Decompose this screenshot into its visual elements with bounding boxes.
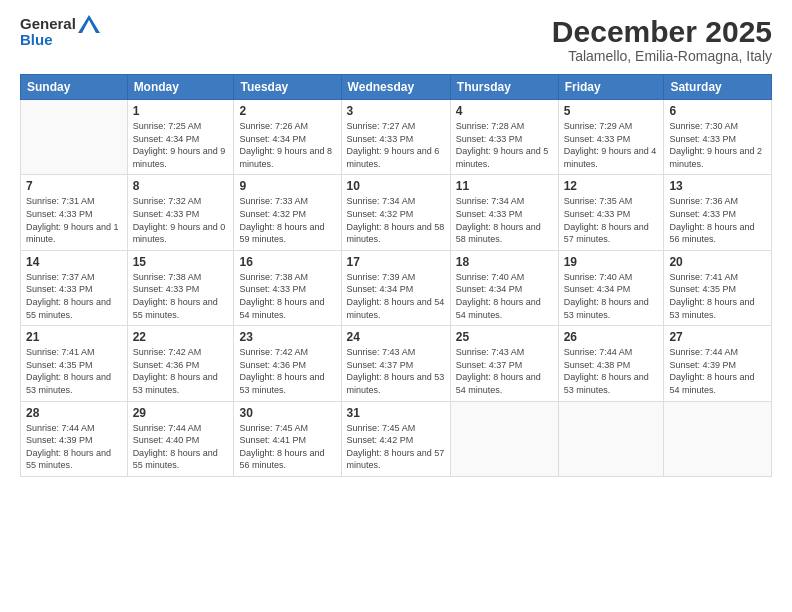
calendar-cell: 20Sunrise: 7:41 AMSunset: 4:35 PMDayligh… [664,250,772,325]
calendar-cell: 29Sunrise: 7:44 AMSunset: 4:40 PMDayligh… [127,401,234,476]
calendar-cell: 26Sunrise: 7:44 AMSunset: 4:38 PMDayligh… [558,326,664,401]
calendar-cell: 2Sunrise: 7:26 AMSunset: 4:34 PMDaylight… [234,100,341,175]
calendar-cell: 17Sunrise: 7:39 AMSunset: 4:34 PMDayligh… [341,250,450,325]
calendar-cell [664,401,772,476]
day-info: Sunrise: 7:30 AMSunset: 4:33 PMDaylight:… [669,120,766,170]
day-info: Sunrise: 7:40 AMSunset: 4:34 PMDaylight:… [456,271,553,321]
day-number: 4 [456,104,553,118]
logo-blue-text: Blue [20,31,53,49]
calendar-cell: 15Sunrise: 7:38 AMSunset: 4:33 PMDayligh… [127,250,234,325]
weekday-header-monday: Monday [127,75,234,100]
day-number: 30 [239,406,335,420]
calendar-cell: 1Sunrise: 7:25 AMSunset: 4:34 PMDaylight… [127,100,234,175]
weekday-header-wednesday: Wednesday [341,75,450,100]
calendar-cell: 16Sunrise: 7:38 AMSunset: 4:33 PMDayligh… [234,250,341,325]
day-info: Sunrise: 7:28 AMSunset: 4:33 PMDaylight:… [456,120,553,170]
day-number: 26 [564,330,659,344]
day-info: Sunrise: 7:38 AMSunset: 4:33 PMDaylight:… [133,271,229,321]
calendar-week-0: 1Sunrise: 7:25 AMSunset: 4:34 PMDaylight… [21,100,772,175]
calendar-cell: 31Sunrise: 7:45 AMSunset: 4:42 PMDayligh… [341,401,450,476]
calendar-cell: 11Sunrise: 7:34 AMSunset: 4:33 PMDayligh… [450,175,558,250]
logo: General Blue [20,15,100,49]
day-number: 24 [347,330,445,344]
weekday-header-friday: Friday [558,75,664,100]
day-info: Sunrise: 7:44 AMSunset: 4:39 PMDaylight:… [669,346,766,396]
title-block: December 2025 Talamello, Emilia-Romagna,… [552,15,772,64]
day-number: 23 [239,330,335,344]
day-info: Sunrise: 7:26 AMSunset: 4:34 PMDaylight:… [239,120,335,170]
day-info: Sunrise: 7:33 AMSunset: 4:32 PMDaylight:… [239,195,335,245]
day-info: Sunrise: 7:42 AMSunset: 4:36 PMDaylight:… [133,346,229,396]
day-number: 28 [26,406,122,420]
day-number: 9 [239,179,335,193]
calendar-cell: 8Sunrise: 7:32 AMSunset: 4:33 PMDaylight… [127,175,234,250]
day-number: 7 [26,179,122,193]
day-number: 19 [564,255,659,269]
day-number: 21 [26,330,122,344]
day-number: 18 [456,255,553,269]
day-number: 27 [669,330,766,344]
calendar-week-3: 21Sunrise: 7:41 AMSunset: 4:35 PMDayligh… [21,326,772,401]
calendar-cell: 12Sunrise: 7:35 AMSunset: 4:33 PMDayligh… [558,175,664,250]
calendar-week-4: 28Sunrise: 7:44 AMSunset: 4:39 PMDayligh… [21,401,772,476]
calendar-cell: 22Sunrise: 7:42 AMSunset: 4:36 PMDayligh… [127,326,234,401]
day-info: Sunrise: 7:43 AMSunset: 4:37 PMDaylight:… [456,346,553,396]
calendar-cell [450,401,558,476]
calendar-cell: 25Sunrise: 7:43 AMSunset: 4:37 PMDayligh… [450,326,558,401]
calendar-cell: 6Sunrise: 7:30 AMSunset: 4:33 PMDaylight… [664,100,772,175]
calendar-cell: 28Sunrise: 7:44 AMSunset: 4:39 PMDayligh… [21,401,128,476]
day-info: Sunrise: 7:38 AMSunset: 4:33 PMDaylight:… [239,271,335,321]
day-number: 22 [133,330,229,344]
day-number: 25 [456,330,553,344]
day-info: Sunrise: 7:44 AMSunset: 4:39 PMDaylight:… [26,422,122,472]
weekday-header-thursday: Thursday [450,75,558,100]
calendar-cell: 9Sunrise: 7:33 AMSunset: 4:32 PMDaylight… [234,175,341,250]
day-number: 20 [669,255,766,269]
calendar-cell: 27Sunrise: 7:44 AMSunset: 4:39 PMDayligh… [664,326,772,401]
calendar-cell: 19Sunrise: 7:40 AMSunset: 4:34 PMDayligh… [558,250,664,325]
calendar-cell: 24Sunrise: 7:43 AMSunset: 4:37 PMDayligh… [341,326,450,401]
calendar-cell: 7Sunrise: 7:31 AMSunset: 4:33 PMDaylight… [21,175,128,250]
calendar-week-1: 7Sunrise: 7:31 AMSunset: 4:33 PMDaylight… [21,175,772,250]
logo-icon [78,15,100,33]
day-info: Sunrise: 7:44 AMSunset: 4:38 PMDaylight:… [564,346,659,396]
day-number: 10 [347,179,445,193]
calendar-cell: 21Sunrise: 7:41 AMSunset: 4:35 PMDayligh… [21,326,128,401]
header: General Blue December 2025 Talamello, Em… [20,15,772,64]
calendar-cell: 4Sunrise: 7:28 AMSunset: 4:33 PMDaylight… [450,100,558,175]
day-number: 2 [239,104,335,118]
calendar-cell: 13Sunrise: 7:36 AMSunset: 4:33 PMDayligh… [664,175,772,250]
day-number: 14 [26,255,122,269]
location-title: Talamello, Emilia-Romagna, Italy [552,48,772,64]
day-number: 3 [347,104,445,118]
weekday-header-row: SundayMondayTuesdayWednesdayThursdayFrid… [21,75,772,100]
day-info: Sunrise: 7:45 AMSunset: 4:42 PMDaylight:… [347,422,445,472]
day-info: Sunrise: 7:31 AMSunset: 4:33 PMDaylight:… [26,195,122,245]
day-info: Sunrise: 7:39 AMSunset: 4:34 PMDaylight:… [347,271,445,321]
day-number: 1 [133,104,229,118]
day-info: Sunrise: 7:25 AMSunset: 4:34 PMDaylight:… [133,120,229,170]
calendar-cell: 30Sunrise: 7:45 AMSunset: 4:41 PMDayligh… [234,401,341,476]
day-info: Sunrise: 7:35 AMSunset: 4:33 PMDaylight:… [564,195,659,245]
day-info: Sunrise: 7:37 AMSunset: 4:33 PMDaylight:… [26,271,122,321]
day-number: 6 [669,104,766,118]
calendar-cell: 10Sunrise: 7:34 AMSunset: 4:32 PMDayligh… [341,175,450,250]
weekday-header-saturday: Saturday [664,75,772,100]
day-number: 31 [347,406,445,420]
day-number: 12 [564,179,659,193]
day-info: Sunrise: 7:29 AMSunset: 4:33 PMDaylight:… [564,120,659,170]
day-info: Sunrise: 7:44 AMSunset: 4:40 PMDaylight:… [133,422,229,472]
day-info: Sunrise: 7:36 AMSunset: 4:33 PMDaylight:… [669,195,766,245]
day-info: Sunrise: 7:41 AMSunset: 4:35 PMDaylight:… [669,271,766,321]
day-number: 17 [347,255,445,269]
day-info: Sunrise: 7:42 AMSunset: 4:36 PMDaylight:… [239,346,335,396]
calendar-cell: 23Sunrise: 7:42 AMSunset: 4:36 PMDayligh… [234,326,341,401]
day-number: 16 [239,255,335,269]
calendar-cell: 3Sunrise: 7:27 AMSunset: 4:33 PMDaylight… [341,100,450,175]
calendar-cell [558,401,664,476]
calendar-cell [21,100,128,175]
day-number: 15 [133,255,229,269]
weekday-header-tuesday: Tuesday [234,75,341,100]
month-title: December 2025 [552,15,772,48]
weekday-header-sunday: Sunday [21,75,128,100]
